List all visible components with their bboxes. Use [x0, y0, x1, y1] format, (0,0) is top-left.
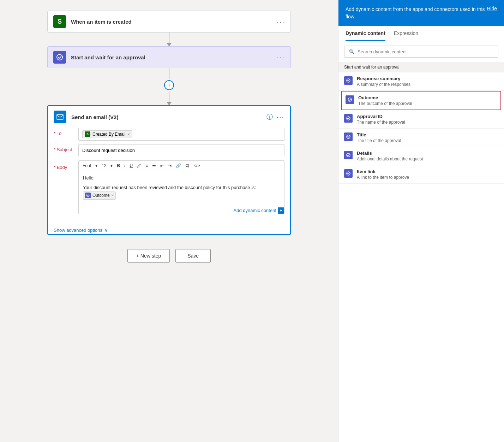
add-dynamic-label: Add dynamic content — [234, 208, 276, 213]
trigger-title: When an item is created — [71, 19, 277, 25]
body-editor[interactable]: Font ▾ 12 ▾ B I U 🖊 ≡ ☰ ⇤ ⇥ 🔗 ⛓ — [78, 160, 284, 214]
approval-block-header[interactable]: Start and wait for an approval ··· — [47, 46, 291, 68]
to-tag-close[interactable]: × — [127, 132, 130, 136]
approval-menu-icon[interactable]: ··· — [277, 53, 285, 61]
connector-arrow-1 — [167, 43, 172, 46]
save-button[interactable]: Save — [175, 249, 211, 263]
approval-id-desc: The name of the approval — [357, 120, 498, 125]
editor-toolbar: Font ▾ 12 ▾ B I U 🖊 ≡ ☰ ⇤ ⇥ 🔗 ⛓ — [79, 161, 284, 171]
response-summary-name: Response summary — [357, 76, 498, 81]
unlink-button[interactable]: ⛓ — [184, 163, 191, 169]
trigger-block-header[interactable]: S When an item is created ··· — [47, 11, 291, 33]
body-line1: Hello, — [83, 175, 280, 182]
add-dynamic-content[interactable]: Add dynamic content + — [79, 207, 284, 214]
response-summary-icon — [344, 76, 353, 85]
outcome-tag: Outcome × — [83, 191, 116, 200]
dynamic-item-approval-id[interactable]: Approval ID The name of the approval — [338, 110, 504, 129]
show-advanced-chevron: ∨ — [104, 228, 108, 233]
body-label: * Body — [54, 160, 78, 170]
connector-line-1 — [169, 33, 169, 43]
details-desc: Additional details about the request — [357, 157, 498, 161]
panel-tabs: Dynamic content Expression — [338, 26, 504, 41]
font-size[interactable]: 12 — [101, 163, 107, 169]
title-icon — [344, 132, 353, 141]
svg-point-2 — [86, 194, 89, 197]
approval-id-icon — [344, 114, 353, 123]
email-info-icon[interactable]: ⓘ — [266, 113, 273, 121]
sharepoint-icon: S — [53, 15, 66, 28]
outcome-tag-close[interactable]: × — [112, 192, 114, 199]
trigger-block: S When an item is created ··· — [47, 11, 291, 33]
bold-button[interactable]: B — [116, 163, 121, 169]
outcome-content: Outcome The outcome of the approval — [358, 95, 497, 106]
align-right-button[interactable]: ⇥ — [167, 163, 173, 169]
panel-hide-button[interactable]: Hide — [487, 6, 497, 11]
svg-rect-1 — [57, 114, 63, 119]
font-selector[interactable]: Font — [82, 163, 92, 169]
dynamic-item-title[interactable]: Title The title of the approval — [338, 129, 504, 147]
approval-icon — [53, 51, 66, 64]
italic-button[interactable]: I — [123, 163, 126, 169]
email-block: Send an email (V2) ⓘ ··· * To S Created … — [47, 105, 291, 235]
title-content: Title The title of the approval — [357, 132, 498, 143]
dynamic-item-details[interactable]: Details Additional details about the req… — [338, 147, 504, 165]
link-button[interactable]: 🔗 — [175, 163, 182, 169]
subject-row: * Subject Discount request decision — [54, 144, 284, 157]
connector-2: + — [164, 68, 174, 105]
response-summary-desc: A summary of the responses — [357, 82, 498, 87]
align-left-button[interactable]: ⇤ — [159, 163, 165, 169]
panel-list: Response summary A summary of the respon… — [338, 72, 504, 442]
search-icon: 🔍 — [349, 49, 355, 54]
code-button[interactable]: </> — [193, 163, 201, 169]
email-menu-icon[interactable]: ··· — [276, 113, 284, 121]
to-row: * To S Created By Email × — [54, 128, 284, 141]
item-link-icon — [344, 169, 353, 178]
outcome-name: Outcome — [358, 95, 497, 100]
new-step-button[interactable]: + New step — [127, 249, 170, 263]
item-link-desc: A link to the item to approve — [357, 175, 498, 180]
approval-id-name: Approval ID — [357, 114, 498, 119]
unordered-list-button[interactable]: ≡ — [144, 163, 149, 169]
connector-1 — [167, 33, 172, 46]
highlight-button[interactable]: 🖊 — [136, 163, 142, 169]
underline-button[interactable]: U — [128, 163, 134, 169]
tab-dynamic-content[interactable]: Dynamic content — [346, 26, 385, 41]
tab-expression[interactable]: Expression — [394, 26, 418, 41]
subject-label: * Subject — [54, 144, 78, 152]
connector-line-2a — [169, 68, 169, 79]
to-tag-icon: S — [85, 131, 90, 137]
to-input[interactable]: S Created By Email × — [78, 128, 284, 141]
action-buttons: + New step Save — [127, 249, 211, 263]
editor-content[interactable]: Hello, Your discount request has been re… — [79, 171, 284, 205]
show-advanced-options[interactable]: Show advanced options ∨ — [48, 223, 290, 234]
details-icon — [344, 151, 353, 159]
add-step-button[interactable]: + — [164, 80, 174, 90]
body-line2: Your discount request has been reviewed … — [83, 184, 280, 200]
section-header: Start and wait for an approval — [338, 62, 504, 72]
dynamic-item-response-summary[interactable]: Response summary A summary of the respon… — [338, 72, 504, 91]
email-form: * To S Created By Email × * Subject Disc… — [48, 128, 290, 223]
font-dropdown-icon[interactable]: ▾ — [94, 163, 98, 169]
dynamic-item-item-link[interactable]: Item link A link to the item to approve — [338, 165, 504, 184]
right-panel: Add dynamic content from the apps and co… — [338, 0, 504, 442]
panel-header: Add dynamic content from the apps and co… — [338, 0, 504, 26]
to-label: * To — [54, 128, 78, 136]
item-link-content: Item link A link to the item to approve — [357, 169, 498, 180]
subject-input[interactable]: Discount request decision — [78, 144, 284, 156]
add-dynamic-btn-icon[interactable]: + — [278, 207, 284, 214]
to-tag-label: Created By Email — [92, 132, 125, 137]
connector-arrow-2 — [167, 102, 172, 105]
search-input[interactable] — [358, 49, 494, 54]
connector-line-2b — [169, 92, 169, 102]
details-content: Details Additional details about the req… — [357, 151, 498, 161]
outcome-tag-icon — [85, 193, 91, 198]
ordered-list-button[interactable]: ☰ — [151, 163, 157, 169]
trigger-menu-icon[interactable]: ··· — [277, 18, 285, 26]
email-block-header: Send an email (V2) ⓘ ··· — [48, 106, 290, 128]
subject-value: Discount request decision — [82, 148, 135, 153]
details-name: Details — [357, 151, 498, 156]
outcome-icon — [346, 95, 354, 104]
approval-id-content: Approval ID The name of the approval — [357, 114, 498, 125]
dynamic-item-outcome[interactable]: Outcome The outcome of the approval — [341, 91, 501, 110]
font-size-dropdown-icon[interactable]: ▾ — [109, 163, 114, 169]
